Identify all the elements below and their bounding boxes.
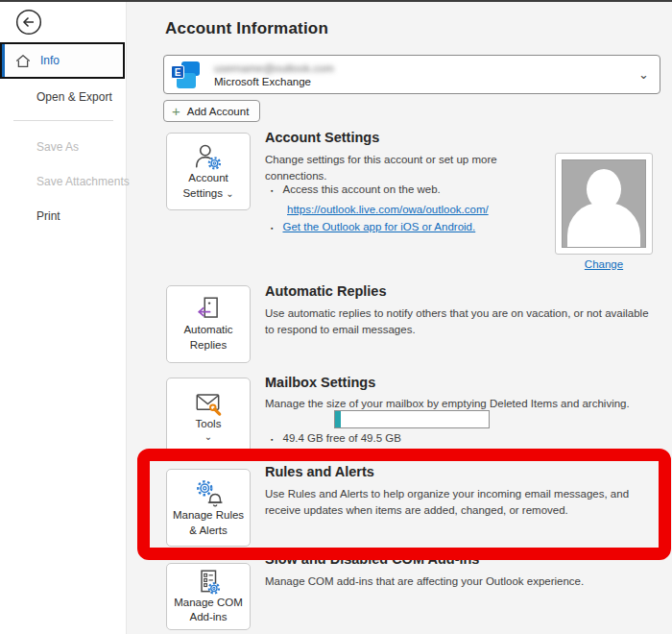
window-top-border <box>0 0 672 2</box>
automatic-replies-description: Use automatic replies to notify others t… <box>265 305 651 338</box>
web-access-text: Access this account on the web. <box>282 183 440 195</box>
outlook-backstage-window: Info Open & Export Save As Save Attachme… <box>0 0 672 634</box>
person-gear-icon <box>193 142 224 171</box>
com-addins-description: Manage COM add-ins that are affecting yo… <box>265 573 668 590</box>
chevron-down-icon: ⌄ <box>226 188 233 199</box>
chevron-down-icon: ⌄ <box>638 67 649 82</box>
account-provider-label: Microsoft Exchange <box>214 76 311 87</box>
automatic-replies-heading: Automatic Replies <box>265 283 387 299</box>
mailbox-quota-fill <box>335 411 341 427</box>
tile-label: Manage Rules & Alerts <box>169 508 248 537</box>
account-selector-dropdown[interactable]: E username@outlook.com Microsoft Exchang… <box>163 55 660 94</box>
change-photo-link[interactable]: Change <box>585 258 623 270</box>
home-icon <box>14 53 32 69</box>
add-account-label: Add Account <box>187 106 250 117</box>
selected-accent-bar <box>2 44 5 77</box>
backstage-sidebar: Info Open & Export Save As Save Attachme… <box>0 0 127 634</box>
mailbox-quota-bar <box>334 410 490 428</box>
account-settings-button[interactable]: Account Settings ⌄ <box>166 133 251 210</box>
change-photo-link-wrap: Change <box>555 258 653 270</box>
account-photo <box>555 153 653 255</box>
manage-rules-alerts-button[interactable]: Manage Rules & Alerts <box>166 469 251 547</box>
get-outlook-app-link[interactable]: Get the Outlook app for iOS or Android. <box>282 221 475 232</box>
bullet-icon: ▪ <box>271 221 273 235</box>
rules-alerts-description: Use Rules and Alerts to help organize yo… <box>265 486 647 519</box>
mailbox-quota-text: 49.4 GB free of 49.5 GB <box>282 432 400 444</box>
exchange-logo-icon: E <box>171 61 201 90</box>
sidebar-item-save-as: Save As <box>36 140 79 154</box>
tile-label: Automatic Replies <box>169 323 248 352</box>
com-addins-heading: Slow and Disabled COM Add-ins <box>265 551 479 567</box>
rules-alerts-heading: Rules and Alerts <box>265 464 374 479</box>
manage-com-addins-button[interactable]: Manage COM Add-ins <box>166 563 251 630</box>
sidebar-item-save-attachments: Save Attachments <box>36 175 130 188</box>
tile-label: Manage COM Add-ins <box>169 596 248 624</box>
account-settings-heading: Account Settings <box>265 130 379 145</box>
sidebar-divider <box>13 120 113 121</box>
account-email-redacted: username@outlook.com <box>214 62 334 74</box>
reply-document-icon <box>194 296 223 323</box>
bullet-icon: ▪ <box>271 183 273 198</box>
back-arrow-icon <box>15 9 42 36</box>
sidebar-item-open-export[interactable]: Open & Export <box>36 90 112 104</box>
tile-label: Tools <box>196 417 222 431</box>
mailbox-tools-button[interactable]: Tools ⌄ <box>166 378 251 455</box>
avatar-placeholder <box>562 159 646 248</box>
plus-icon: + <box>172 104 180 118</box>
sidebar-item-print[interactable]: Print <box>36 209 60 223</box>
account-settings-description: Change settings for this account or set … <box>265 152 530 184</box>
back-button[interactable] <box>15 9 42 36</box>
page-title: Account Information <box>165 19 328 38</box>
sidebar-item-info[interactable]: Info <box>0 42 125 79</box>
mailbox-settings-heading: Mailbox Settings <box>265 375 375 390</box>
add-account-button[interactable]: + Add Account <box>163 100 260 122</box>
gear-bell-icon <box>192 477 225 508</box>
sidebar-item-label: Info <box>40 54 60 67</box>
owa-link[interactable]: https://outlook.live.com/owa/outlook.com… <box>287 202 489 218</box>
chevron-down-icon: ⌄ <box>204 432 212 442</box>
envelope-wrench-icon <box>193 391 224 417</box>
automatic-replies-button[interactable]: Automatic Replies <box>166 285 251 363</box>
list-gear-icon <box>194 569 223 596</box>
tile-label: Account Settings ⌄ <box>169 171 248 200</box>
bullet-icon: ▪ <box>271 432 273 447</box>
